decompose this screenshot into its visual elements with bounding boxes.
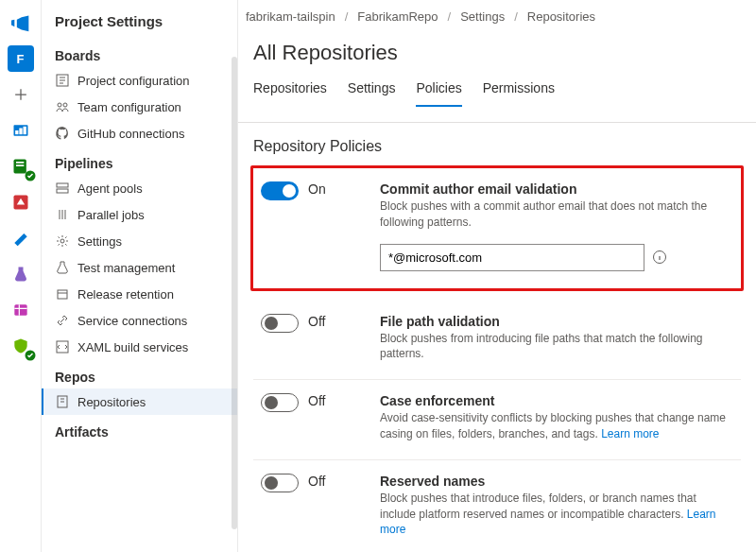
- toggle-file-path-validation[interactable]: [261, 314, 299, 333]
- left-rail: F: [0, 0, 42, 552]
- toggle-state-label: Off: [308, 474, 325, 489]
- policy-description: Block pushes from introducing file paths…: [380, 331, 733, 363]
- parallel-jobs-icon: [55, 207, 70, 222]
- svg-rect-18: [57, 341, 68, 353]
- sidebar-scrollbar[interactable]: [232, 57, 237, 529]
- project-tile[interactable]: F: [8, 45, 34, 72]
- svg-rect-14: [57, 183, 68, 187]
- sidebar-item-repositories[interactable]: Repositories: [42, 388, 237, 415]
- policy-reserved-names: Off Reserved names Block pushes that int…: [253, 460, 741, 552]
- svg-rect-9: [14, 304, 26, 316]
- sidebar-item-label: Release retention: [77, 287, 174, 302]
- sidebar-section-boards: Boards: [42, 39, 237, 67]
- sidebar-item-label: Agent pools: [77, 181, 143, 196]
- policy-title: File path validation: [380, 314, 733, 329]
- breadcrumb-item[interactable]: Repositories: [527, 9, 595, 24]
- svg-rect-5: [16, 162, 24, 164]
- sidebar-item-settings[interactable]: Settings: [42, 228, 237, 254]
- policy-description: Block pushes with a commit author email …: [380, 198, 733, 231]
- svg-point-13: [63, 103, 67, 107]
- azure-devops-icon[interactable]: [8, 9, 34, 36]
- sidebar: Project Settings Boards Project configur…: [42, 0, 238, 552]
- policy-commit-author-email: On Commit author email validation Block …: [250, 165, 744, 291]
- artifacts-icon[interactable]: [8, 297, 34, 323]
- breadcrumb-item[interactable]: fabrikam-tailspin: [246, 9, 335, 24]
- tab-repositories[interactable]: Repositories: [253, 75, 327, 107]
- sidebar-item-xaml-build[interactable]: XAML build services: [42, 334, 237, 360]
- toggle-reserved-names[interactable]: [261, 474, 299, 492]
- svg-rect-2: [19, 129, 22, 135]
- svg-rect-6: [16, 164, 24, 166]
- policy-description: Avoid case-sensitivity conflicts by bloc…: [380, 410, 733, 442]
- policy-case-enforcement: Off Case enforcement Avoid case-sensitiv…: [253, 380, 741, 460]
- svg-rect-15: [57, 189, 68, 193]
- boards-icon[interactable]: [8, 117, 34, 144]
- page-title: All Repositories: [238, 27, 756, 71]
- sidebar-item-parallel-jobs[interactable]: Parallel jobs: [42, 201, 237, 228]
- svg-rect-1: [15, 130, 18, 134]
- sidebar-section-repos: Repos: [42, 360, 237, 388]
- sidebar-item-test-management[interactable]: Test management: [42, 254, 237, 281]
- tab-permissions[interactable]: Permissions: [483, 75, 555, 107]
- plus-icon[interactable]: [8, 81, 34, 108]
- sidebar-item-github-connections[interactable]: GitHub connections: [42, 120, 237, 147]
- panel-title: Repository Policies: [253, 138, 741, 155]
- sidebar-item-team-configuration[interactable]: Team configuration: [42, 94, 237, 120]
- pipelines-red-icon[interactable]: [8, 189, 34, 216]
- toggle-commit-author-email[interactable]: [261, 181, 299, 200]
- sidebar-title: Project Settings: [42, 0, 237, 39]
- sidebar-item-label: Test management: [77, 261, 175, 275]
- service-connections-icon: [55, 313, 70, 328]
- tabs: Repositories Settings Policies Permissio…: [238, 75, 756, 107]
- sidebar-item-agent-pools[interactable]: Agent pools: [42, 175, 237, 201]
- toggle-state-label: Off: [308, 314, 325, 329]
- tab-settings[interactable]: Settings: [348, 75, 396, 107]
- github-icon: [55, 126, 70, 141]
- breadcrumb: fabrikam-tailspin/ FabrikamRepo/ Setting…: [238, 0, 756, 27]
- agent-pools-icon: [55, 181, 70, 196]
- toggle-state-label: On: [308, 181, 326, 197]
- sidebar-section-pipelines: Pipelines: [42, 147, 237, 175]
- test-plans-icon[interactable]: [8, 261, 34, 287]
- pipelines-icon[interactable]: [8, 225, 34, 251]
- release-retention-icon: [55, 286, 70, 302]
- gear-icon: [55, 233, 70, 249]
- svg-rect-3: [23, 127, 26, 134]
- policy-file-path-validation: Off File path validation Block pushes fr…: [253, 301, 741, 381]
- sidebar-item-label: Service connections: [77, 314, 187, 328]
- sidebar-item-label: Repositories: [77, 395, 146, 409]
- sidebar-item-label: Parallel jobs: [77, 208, 145, 222]
- svg-point-12: [58, 103, 61, 107]
- sidebar-item-label: Project configuration: [77, 74, 190, 88]
- main: fabrikam-tailspin/ FabrikamRepo/ Setting…: [238, 0, 756, 552]
- sidebar-item-label: GitHub connections: [77, 127, 184, 141]
- sidebar-item-service-connections[interactable]: Service connections: [42, 307, 237, 334]
- repos-icon[interactable]: [8, 153, 34, 180]
- xaml-icon: [55, 339, 70, 354]
- sidebar-item-label: Settings: [77, 234, 122, 249]
- learn-more-link[interactable]: Learn more: [601, 427, 659, 440]
- policy-title: Reserved names: [380, 474, 733, 489]
- svg-rect-17: [58, 290, 67, 299]
- svg-point-16: [60, 239, 64, 243]
- sidebar-item-label: Team configuration: [77, 100, 181, 114]
- breadcrumb-item[interactable]: FabrikamRepo: [357, 9, 438, 24]
- compliance-icon[interactable]: [8, 333, 34, 359]
- policy-title: Commit author email validation: [380, 181, 733, 197]
- team-config-icon: [55, 99, 70, 114]
- project-config-icon: [55, 73, 70, 88]
- sidebar-item-release-retention[interactable]: Release retention: [42, 281, 237, 307]
- toggle-case-enforcement[interactable]: [261, 393, 299, 412]
- policy-description: Block pushes that introduce files, folde…: [380, 491, 733, 538]
- sidebar-section-artifacts: Artifacts: [42, 415, 237, 443]
- policy-title: Case enforcement: [380, 393, 733, 408]
- sidebar-item-label: XAML build services: [77, 340, 188, 354]
- panel: Repository Policies On Commit author ema…: [238, 122, 756, 552]
- email-pattern-input[interactable]: [380, 244, 644, 271]
- info-icon[interactable]: [652, 250, 667, 265]
- tab-policies[interactable]: Policies: [416, 75, 461, 107]
- repositories-icon: [55, 394, 70, 409]
- sidebar-item-project-configuration[interactable]: Project configuration: [42, 67, 237, 94]
- toggle-state-label: Off: [308, 393, 325, 408]
- breadcrumb-item[interactable]: Settings: [460, 9, 505, 24]
